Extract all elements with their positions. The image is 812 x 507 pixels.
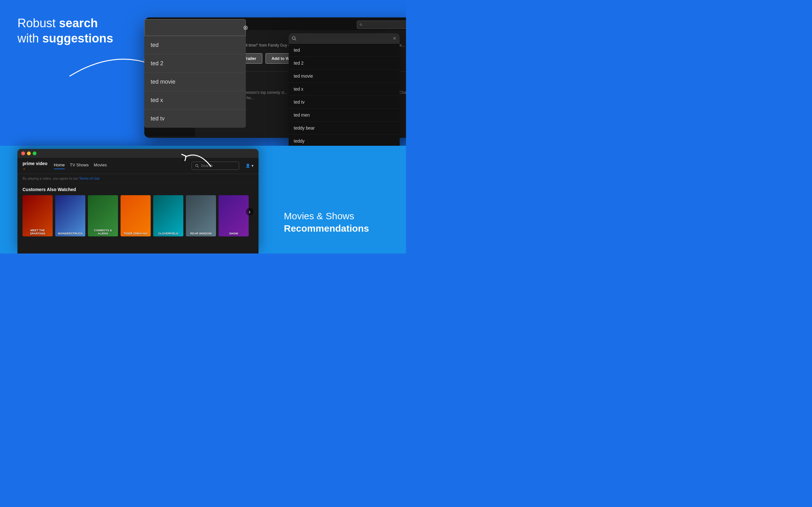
nav-home[interactable]: Home — [54, 163, 65, 169]
svg-line-1 — [361, 25, 362, 26]
right-device-search-bar[interactable]: Ted ✕ — [289, 33, 400, 44]
top-device-search-bar[interactable]: Ted ✕ — [357, 20, 406, 29]
movie-title-3: COWBOYS & ALIENS — [88, 229, 118, 235]
search-suggestion-4[interactable]: ted x — [144, 91, 246, 110]
movie-card-4[interactable]: TIGER ZINDA HAI — [120, 195, 151, 236]
search-suggestion-5[interactable]: ted tv — [144, 110, 246, 128]
movie-row: MEET THE SPARTANS WONDERSTRUCK COWBOYS &… — [22, 195, 253, 236]
main-search-input[interactable]: Ted — [153, 23, 240, 32]
main-search-results: ted ted 2 ted movie ted x ted tv — [144, 36, 246, 128]
right-suggestion-2[interactable]: ted 2 — [289, 57, 400, 70]
right-suggestion-5[interactable]: ted tv — [289, 96, 400, 109]
hero-line2: with — [17, 32, 39, 45]
nav-tv-shows[interactable]: TV Shows — [70, 163, 89, 169]
bottom-text-line1: Movies & Shows — [284, 211, 354, 221]
search-suggestion-1[interactable]: ted — [144, 36, 246, 55]
movie-row-next[interactable]: › — [246, 208, 253, 216]
window-close-dot[interactable] — [21, 152, 25, 155]
right-suggestion-4[interactable]: ted x — [289, 83, 400, 96]
bottom-text-line2: Recommendations — [284, 223, 369, 233]
window-maximize-dot[interactable] — [33, 152, 37, 155]
prime-video-logo: prime video ⌄ — [22, 161, 48, 170]
top-search-input[interactable]: Ted — [364, 22, 405, 27]
movie-title-2: WONDERSTRUCK — [55, 232, 85, 235]
hero-text-block: Robust search with suggestions — [17, 16, 132, 46]
right-search-input[interactable]: Ted — [298, 36, 391, 41]
top-search-icon — [360, 22, 362, 27]
bottom-right-text: Movies & Shows Recommendations — [284, 210, 389, 234]
window-minimize-dot[interactable] — [27, 152, 31, 155]
main-search-clear-icon[interactable]: ⊗ — [243, 24, 248, 32]
terms-link[interactable]: Terms of Use — [79, 176, 100, 180]
search-suggestion-3[interactable]: ted movie — [144, 73, 246, 91]
movie-card-2[interactable]: WONDERSTRUCK — [55, 195, 85, 236]
hero-bold2: suggestions — [42, 32, 113, 45]
right-suggestion-3[interactable]: ted movie — [289, 70, 400, 83]
bottom-arrow — [179, 144, 217, 170]
laptop-nav-links: Home TV Shows Movies — [54, 163, 107, 169]
main-search-container: Ted ⊗ ted ted 2 ted movie ted x ted tv — [144, 19, 246, 128]
laptop-user-menu[interactable]: 👤 ▾ — [246, 164, 253, 168]
movie-card-6[interactable]: REAR WINDOW — [186, 195, 216, 236]
prime-arrow-icon: ⌄ — [22, 166, 26, 170]
movie-title-4: TIGER ZINDA HAI — [120, 232, 151, 235]
section-title: Customers Also Watched — [22, 187, 253, 192]
laptop-notice: By playing a video, you agree to our Ter… — [17, 174, 258, 183]
laptop-titlebar — [17, 149, 258, 158]
laptop-nav: prime video ⌄ Home TV Shows Movies 👤 ▾ — [17, 158, 258, 174]
movie-title-6: REAR WINDOW — [186, 232, 216, 235]
right-suggestion-1[interactable]: ted — [289, 44, 400, 57]
movie-card-7[interactable]: SHOW — [218, 195, 249, 236]
right-search-icon — [292, 36, 296, 41]
movie-card-5[interactable]: CLOVERFIELD — [153, 195, 183, 236]
right-search-clear-icon[interactable]: ✕ — [393, 36, 397, 41]
movie-title-5: CLOVERFIELD — [153, 232, 183, 235]
hero-bold1: search — [59, 16, 98, 30]
search-suggestion-2[interactable]: ted 2 — [144, 55, 246, 73]
svg-line-5 — [295, 39, 296, 41]
main-search-box[interactable]: Ted ⊗ — [144, 19, 246, 36]
movie-card-1[interactable]: MEET THE SPARTANS — [22, 195, 53, 236]
movie-title-7: SHOW — [218, 232, 249, 235]
user-icon: 👤 — [246, 164, 250, 168]
right-suggestion-7[interactable]: teddy bear — [289, 122, 400, 135]
movie-card-3[interactable]: COWBOYS & ALIENS — [88, 195, 118, 236]
hero-line1: Robust — [17, 16, 55, 30]
prime-brand: prime video — [22, 161, 48, 166]
nav-movies[interactable]: Movies — [94, 163, 107, 169]
laptop-section: Customers Also Watched MEET THE SPARTANS… — [17, 183, 258, 240]
movie-title-1: MEET THE SPARTANS — [22, 229, 53, 235]
bottom-laptop: prime video ⌄ Home TV Shows Movies 👤 ▾ B… — [17, 149, 258, 253]
right-suggestion-6[interactable]: ted men — [289, 109, 400, 122]
